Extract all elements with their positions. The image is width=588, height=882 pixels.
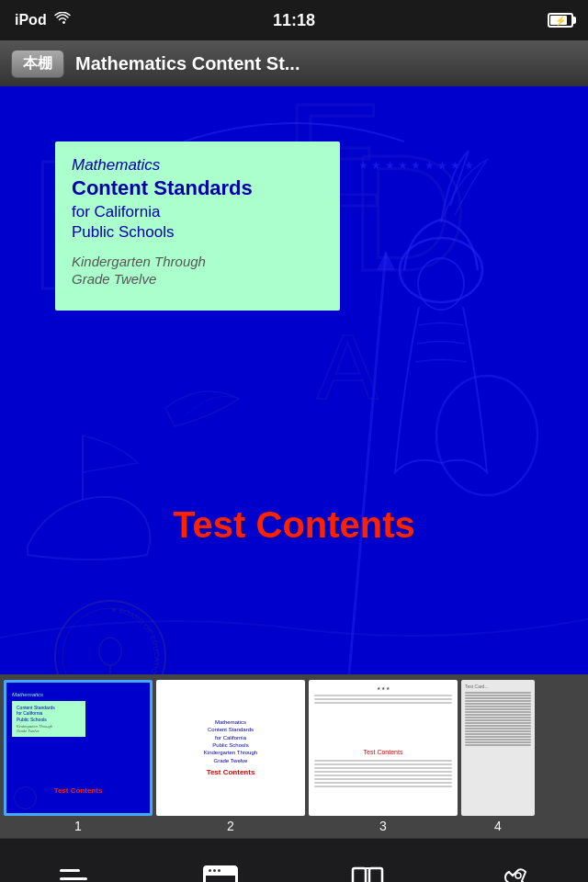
wrench-icon bbox=[500, 865, 529, 883]
book-icon bbox=[351, 865, 384, 883]
thumb-num-4: 4 bbox=[494, 819, 502, 833]
list-button[interactable] bbox=[37, 852, 110, 883]
settings-button[interactable] bbox=[478, 852, 551, 883]
battery-icon: ⚡ bbox=[548, 13, 573, 28]
thumb-page-preview-2: MathematicsContent Standardsfor Californ… bbox=[156, 680, 305, 816]
thumbnail-page-3[interactable]: ★ ★ ★ Test Contents bbox=[309, 680, 458, 833]
nav-title: Mathematics Content St... bbox=[75, 53, 577, 74]
thumbnail-strip: Mathematics Content Standardsfor Califor… bbox=[0, 674, 588, 838]
status-time: 11:18 bbox=[273, 11, 315, 30]
svg-line-6 bbox=[349, 252, 386, 674]
svg-text:A: A bbox=[317, 315, 379, 418]
svg-point-11 bbox=[62, 608, 158, 674]
back-button[interactable]: 本棚 bbox=[11, 50, 64, 78]
book-subtitle: Mathematics bbox=[72, 156, 323, 175]
thumbnail-page-2[interactable]: MathematicsContent Standardsfor Californ… bbox=[156, 680, 305, 833]
book-button[interactable] bbox=[331, 852, 404, 883]
device-name: iPod bbox=[15, 12, 47, 28]
thumbnail-page-1[interactable]: Mathematics Content Standardsfor Califor… bbox=[4, 680, 153, 833]
nav-bar: 本棚 Mathematics Content St... bbox=[0, 40, 588, 86]
svg-point-4 bbox=[400, 238, 482, 302]
svg-point-8 bbox=[436, 376, 537, 495]
thumbnail-page-4[interactable]: Test Card... bbox=[461, 680, 535, 833]
svg-rect-18 bbox=[353, 868, 366, 883]
thumb-num-2: 2 bbox=[227, 819, 234, 833]
book-title-line2: for California Public Schools bbox=[72, 202, 323, 243]
wifi-icon bbox=[54, 12, 71, 28]
svg-rect-19 bbox=[369, 868, 382, 883]
svg-marker-7 bbox=[377, 252, 395, 270]
svg-point-10 bbox=[55, 601, 165, 674]
status-right: ⚡ bbox=[548, 13, 573, 28]
thumb-page-preview-4: Test Card... bbox=[461, 680, 535, 816]
test-contents-label: Test Contents bbox=[173, 504, 415, 546]
svg-point-13 bbox=[99, 638, 121, 665]
grid-icon bbox=[203, 865, 238, 883]
book-title-line1: Content Standards bbox=[72, 176, 323, 200]
grid-button[interactable] bbox=[184, 852, 257, 883]
book-cover-textbox: Mathematics Content Standards for Califo… bbox=[55, 141, 340, 311]
thumb-num-1: 1 bbox=[74, 819, 82, 833]
svg-point-22 bbox=[515, 873, 521, 878]
thumb-num-3: 3 bbox=[379, 819, 387, 833]
status-bar: iPod 11:18 ⚡ bbox=[0, 0, 588, 40]
thumb-page-preview-1: Mathematics Content Standardsfor Califor… bbox=[4, 680, 153, 816]
svg-text:★ ★ ★ ★ ★ ★ ★ ★ ★: ★ ★ ★ ★ ★ ★ ★ ★ ★ bbox=[358, 159, 474, 172]
svg-text:D: D bbox=[349, 120, 469, 305]
bottom-toolbar bbox=[0, 838, 588, 882]
book-grade-range: Kindergarten Through Grade Twelve bbox=[72, 253, 323, 288]
status-left: iPod bbox=[15, 12, 71, 28]
thumb-page-preview-3: ★ ★ ★ Test Contents bbox=[309, 680, 458, 816]
main-content: B D E ★ ★ ★ ★ ★ ★ ★ ★ ★ bbox=[0, 86, 588, 674]
list-icon bbox=[60, 869, 87, 882]
svg-point-5 bbox=[418, 258, 464, 310]
svg-text:★ BOARD OF EDUCATION ★ EUREKA : ★ BOARD OF EDUCATION ★ EUREKA ★ bbox=[107, 605, 161, 674]
